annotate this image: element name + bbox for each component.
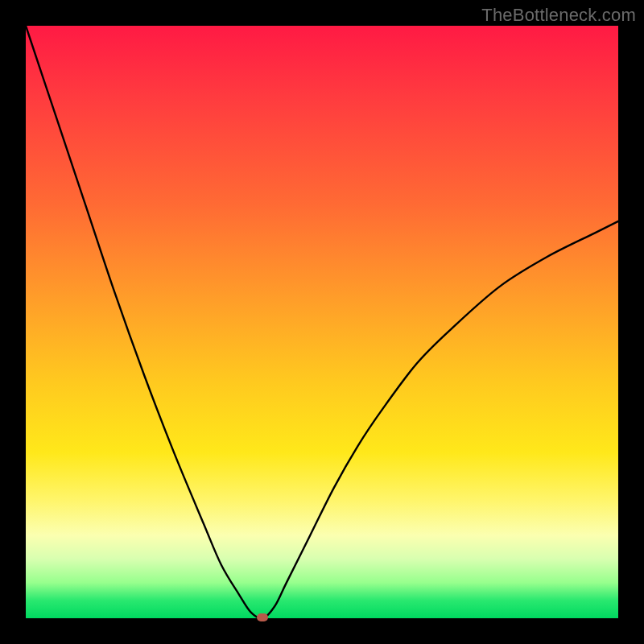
watermark-text: TheBottleneck.com <box>481 5 636 26</box>
bottleneck-curve <box>26 26 618 618</box>
minimum-marker <box>257 613 268 621</box>
plot-area <box>26 26 618 618</box>
chart-frame: TheBottleneck.com <box>0 0 644 644</box>
